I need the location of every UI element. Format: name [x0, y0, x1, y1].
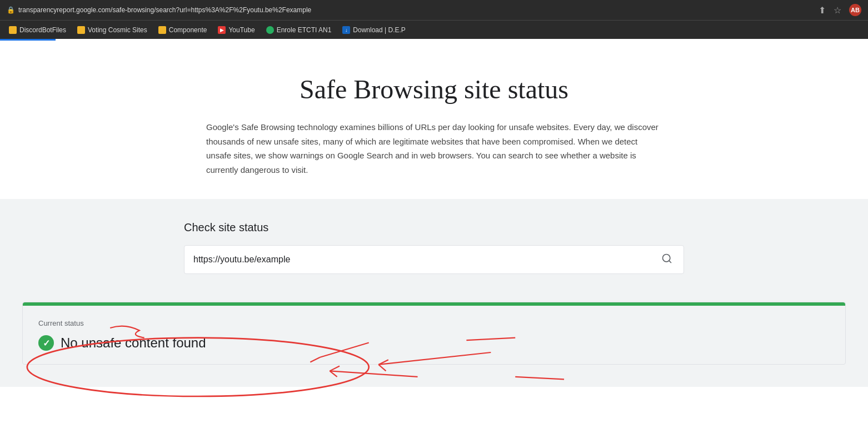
bookmark-label-download: Download | D.E.P	[353, 26, 406, 34]
svg-line-8	[330, 371, 417, 377]
bookmark-icon-download: ↓	[342, 26, 350, 34]
svg-line-12	[515, 377, 564, 379]
url-domain: transparencyreport.google.com	[18, 6, 111, 14]
result-wrapper: Current status No unsafe content found	[0, 302, 868, 387]
status-text: No unsafe content found	[61, 335, 206, 351]
star-icon[interactable]: ☆	[834, 5, 841, 16]
share-icon[interactable]: ⬆	[819, 5, 826, 16]
check-circle-icon	[38, 335, 54, 351]
svg-line-10	[330, 371, 337, 377]
bookmark-icon-voting	[77, 26, 85, 34]
bookmark-download[interactable]: ↓ Download | D.E.P	[338, 24, 410, 36]
bookmark-voting[interactable]: Voting Cosmic Sites	[73, 24, 152, 36]
url-path: /safe-browsing/search?url=https%3A%2F%2F…	[111, 6, 311, 14]
bookmark-label-componente: Componente	[169, 26, 207, 34]
page-content: Safe Browsing site status Google's Safe …	[0, 41, 868, 387]
search-box	[184, 245, 684, 274]
bookmark-componente[interactable]: Componente	[154, 24, 212, 36]
search-button[interactable]	[659, 251, 675, 269]
bookmark-discord[interactable]: DiscordBotFiles	[4, 24, 71, 36]
bookmark-icon-componente	[158, 26, 166, 34]
check-section-title: Check site status	[184, 221, 684, 234]
result-card: Current status No unsafe content found	[22, 302, 846, 365]
bookmark-icon-youtube: ▶	[218, 26, 226, 34]
browser-controls: ⬆ ☆ AB	[819, 4, 861, 16]
svg-line-7	[378, 365, 386, 371]
bookmark-icon-discord	[9, 26, 17, 34]
browser-title-bar: 🔒 transparencyreport.google.com/safe-bro…	[0, 0, 868, 20]
bookmark-label-youtube: YouTube	[228, 26, 255, 34]
bookmark-youtube[interactable]: ▶ YouTube	[213, 24, 259, 36]
svg-line-1	[669, 260, 671, 262]
bookmark-label-voting: Voting Cosmic Sites	[88, 26, 147, 34]
status-result: No unsafe content found	[38, 335, 830, 351]
hero-section: Safe Browsing site status Google's Safe …	[184, 41, 684, 199]
bookmark-icon-enrole	[266, 26, 274, 34]
check-section: Check site status	[0, 199, 868, 302]
bookmarks-bar: DiscordBotFiles Voting Cosmic Sites Comp…	[0, 20, 868, 39]
bookmark-label-enrole: Enrole ETCTI AN1	[277, 26, 332, 34]
address-bar[interactable]: transparencyreport.google.com/safe-brows…	[18, 6, 311, 14]
user-avatar[interactable]: AB	[849, 4, 861, 16]
url-search-input[interactable]	[193, 255, 659, 265]
hero-description: Google's Safe Browsing technology examin…	[206, 120, 662, 177]
bookmark-label-discord: DiscordBotFiles	[19, 26, 66, 34]
bookmark-enrole[interactable]: Enrole ETCTI AN1	[262, 24, 336, 36]
page-title: Safe Browsing site status	[206, 74, 662, 104]
check-section-inner: Check site status	[184, 221, 684, 274]
svg-line-9	[330, 366, 340, 371]
result-card-body: Current status No unsafe content found	[23, 306, 845, 364]
current-status-label: Current status	[38, 319, 830, 327]
search-icon	[661, 253, 672, 264]
lock-icon: 🔒	[7, 6, 15, 14]
